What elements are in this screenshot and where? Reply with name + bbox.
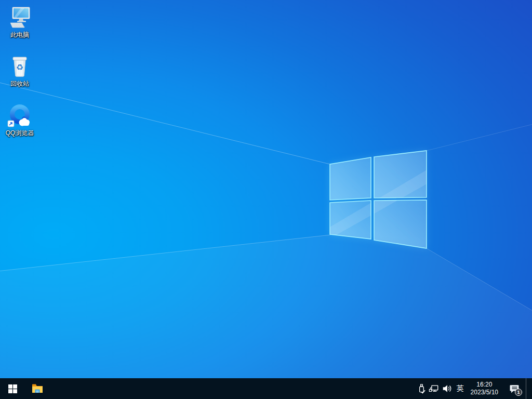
qq-browser-icon [7,103,32,128]
desktop-icon-label: 回收站 [0,80,39,87]
network-ethernet-icon[interactable] [428,378,441,399]
clock-time: 16:20 [471,381,498,389]
taskbar: 英 16:20 2023/5/10 1 [0,378,532,399]
desktop-icon-qq-browser[interactable]: QQ浏览器 [0,103,39,137]
desktop-icon-label: QQ浏览器 [0,129,39,137]
ime-language-indicator[interactable]: 英 [454,378,467,399]
file-explorer-button[interactable] [25,378,50,399]
desktop-icon-label: 此电脑 [0,31,39,38]
svg-text:♻: ♻ [16,62,23,72]
clock-date: 2023/5/10 [471,389,498,396]
start-button[interactable] [0,378,25,399]
recycle-bin-icon: ♻ [7,54,32,79]
show-desktop-button[interactable] [526,378,532,399]
desktop-wallpaper: 此电脑 ♻ 回收站 [0,0,532,378]
windows-logo-icon [0,0,532,378]
desktop-icon-recycle-bin[interactable]: ♻ 回收站 [0,54,39,87]
windows-start-icon [8,384,17,393]
action-center-button[interactable]: 1 [503,378,526,399]
desktop-icon-this-pc[interactable]: 此电脑 [0,5,39,38]
notification-badge: 1 [515,389,522,396]
system-tray: 英 16:20 2023/5/10 1 [415,378,532,399]
taskbar-empty-area [50,378,415,399]
volume-icon[interactable] [441,378,454,399]
taskbar-clock[interactable]: 16:20 2023/5/10 [467,378,503,399]
usb-safely-remove-icon[interactable] [415,378,428,399]
file-explorer-icon [31,382,44,395]
computer-icon [7,5,32,30]
shortcut-arrow-badge [8,121,14,127]
